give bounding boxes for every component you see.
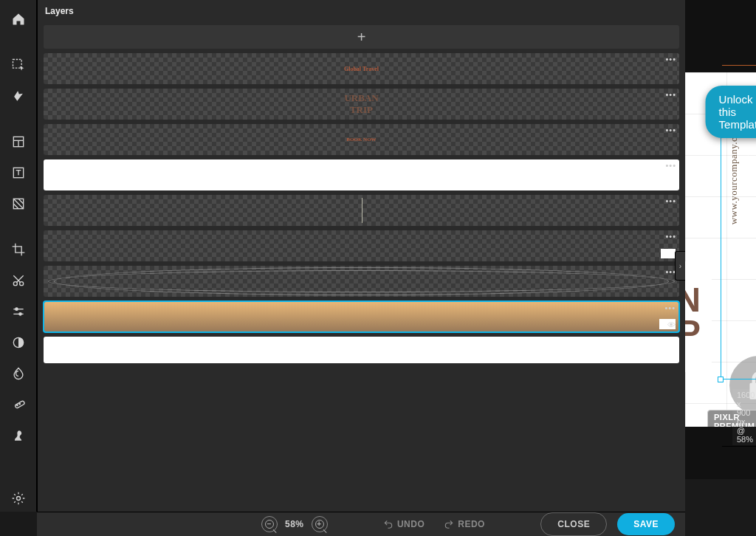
unlock-label: Unlock this Template	[719, 93, 756, 131]
layer-thumb[interactable]: •••Global Travel	[44, 53, 679, 84]
svg-point-11	[18, 313, 21, 315]
layer-thumb[interactable]: •••	[44, 195, 679, 226]
zoom-in-button[interactable]: +	[312, 516, 328, 532]
layer-menu-icon[interactable]: •••	[665, 161, 676, 170]
canvas-dimensions: 1600 x 900 px @ 58%	[732, 389, 756, 445]
liquify-tool-icon[interactable]	[4, 360, 32, 387]
left-toolbar	[0, 0, 37, 512]
svg-point-16	[16, 497, 20, 501]
adjust-tool-icon[interactable]	[4, 298, 32, 325]
heal-tool-icon[interactable]	[4, 391, 32, 418]
canvas-stage[interactable]: ✕ Global Travel URBAN TRIP BOOK NOW www.…	[685, 0, 756, 479]
cut-tool-icon[interactable]	[4, 267, 32, 294]
contrast-tool-icon[interactable]	[4, 329, 32, 356]
save-button[interactable]: SAVE	[617, 513, 675, 535]
layer-thumb[interactable]: •••BOOK NOW	[44, 124, 679, 155]
document[interactable]: ✕ Global Travel URBAN TRIP BOOK NOW www.…	[685, 72, 756, 427]
add-layer-button[interactable]: +	[44, 25, 679, 49]
redo-button[interactable]: REDO	[444, 519, 485, 529]
svg-point-14	[16, 405, 17, 405]
layer-menu-icon[interactable]: •••	[665, 232, 676, 241]
layer-thumb[interactable]	[44, 337, 679, 363]
visibility-icon[interactable]: 👁	[667, 320, 676, 329]
zoom-out-button[interactable]: −	[261, 516, 278, 532]
crop-tool-icon[interactable]	[4, 236, 32, 263]
select-tool-icon[interactable]	[4, 52, 32, 78]
bottom-bar: − 58% + UNDO REDO CLOSE SAVE	[37, 512, 685, 536]
layer-thumb[interactable]: •••👁	[44, 301, 679, 332]
draw-tool-icon[interactable]	[4, 422, 32, 449]
undo-button[interactable]: UNDO	[383, 519, 425, 529]
svg-point-10	[15, 308, 17, 310]
auto-tool-icon[interactable]	[4, 83, 32, 109]
text-tool-icon[interactable]	[4, 159, 32, 186]
unlock-template-pill[interactable]: Unlock this Template ✕	[706, 86, 756, 138]
zoom-controls: − 58% +	[261, 516, 328, 532]
selection-box[interactable]	[721, 123, 756, 379]
history-controls: UNDO REDO	[383, 519, 485, 529]
close-button[interactable]: CLOSE	[540, 512, 607, 536]
layout-tool-icon[interactable]	[4, 128, 32, 155]
headline-card[interactable]: URBAN TRIP	[685, 261, 712, 372]
headline-text: URBAN TRIP	[685, 284, 701, 348]
zoom-value: 58%	[285, 519, 304, 529]
settings-icon[interactable]	[4, 485, 32, 512]
fill-tool-icon[interactable]	[4, 190, 32, 217]
layer-thumb[interactable]: •••URBAN TRIP	[44, 89, 679, 120]
layer-menu-icon[interactable]: •••	[664, 303, 676, 312]
layers-panel: Layers +•••Global Travel•••URBAN TRIP•••…	[37, 0, 685, 512]
layer-thumb[interactable]: •••	[44, 230, 679, 261]
svg-point-15	[19, 404, 20, 405]
home-icon[interactable]	[4, 6, 32, 32]
panel-expand-handle[interactable]: ›	[675, 251, 685, 281]
layer-thumb[interactable]: •••	[44, 159, 679, 190]
layer-thumb[interactable]: •••	[44, 266, 679, 297]
layer-menu-icon[interactable]: •••	[665, 196, 676, 205]
layers-title: Layers	[38, 0, 685, 22]
layers-list: +•••Global Travel•••URBAN TRIP•••BOOK NO…	[38, 22, 685, 512]
resize-handle[interactable]	[718, 377, 724, 382]
